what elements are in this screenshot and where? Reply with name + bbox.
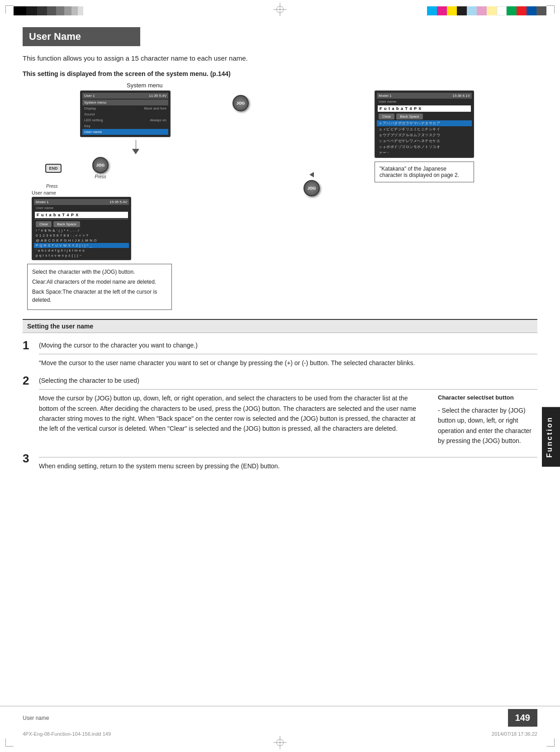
ks-charrow-5: ァー・ <box>377 150 472 156</box>
setting-section-header: Setting the user name <box>23 319 537 333</box>
step-2-content: (Selecting the character to be used) Mov… <box>39 375 537 446</box>
step-3-body: When ending setting, return to the syste… <box>39 461 537 471</box>
left-diagram: User 1 11:35 5.4V System menu Display Ba… <box>23 90 249 310</box>
ks-charrow-4: ッォポボドゾゴロンモホノトソコオ <box>377 144 472 150</box>
screen1-header-left: User 1 <box>84 94 95 98</box>
center-arrow <box>309 172 314 177</box>
ks-header-left: Model 1 <box>379 94 391 98</box>
annotation-right-text: "Katakana" of the Japanese character is … <box>380 166 469 178</box>
page-title: User Name <box>23 27 140 46</box>
cs-charrow-5: p q r s t u v w x y z { | } ~ <box>34 253 129 258</box>
ks-header-right: 15:38 6.1V <box>452 94 470 98</box>
corner-mark-bl <box>5 738 14 747</box>
cs-backspace-btn[interactable]: Back Space <box>53 221 80 227</box>
step-2-body-right: Character select/set button - Select the… <box>438 393 537 446</box>
step-2-body-left: Move the cursor by (JOG) button up, down… <box>39 393 424 446</box>
char-screen-left: Model 1 15:35 5.4V User name F u t a b a… <box>32 197 131 260</box>
annotation-line-3: Back Space:The character at the left of … <box>32 288 167 304</box>
corner-mark-br <box>546 738 555 747</box>
jog-button-center[interactable]: JOG <box>304 180 320 196</box>
annotation-box-left: Select the character with the (JOG) butt… <box>27 264 172 310</box>
registration-mark-top <box>273 3 287 16</box>
cs-clear-btn[interactable]: Clear <box>36 221 52 227</box>
file-info: 4PX-Eng-08-Function-104-156.indd 149 <box>23 731 111 737</box>
cs-charrow-0: ! " # $ % & ' ( ) * + , - . / <box>34 228 129 233</box>
cs-charrow-2: @ A B C D E F G H I J K L M N O <box>34 238 129 243</box>
ks-row-label: User name <box>377 99 472 105</box>
page-number: 149 <box>508 709 537 727</box>
step-2-body-row: Move the cursor by (JOG) button up, down… <box>39 393 537 446</box>
diagram-area: System menu User 1 11:35 5.4V System men… <box>23 82 537 310</box>
step-1-title: (Moving the cursor to the character you … <box>39 340 537 350</box>
annotation-line-2: Clear:All characters of the model name a… <box>32 278 167 286</box>
ks-clear-btn[interactable]: Clear <box>379 114 394 119</box>
step-3-content: When ending setting, return to the syste… <box>39 452 537 471</box>
right-diagram: Model 1 15:38 6.1V User name F u t a b a… <box>375 90 537 182</box>
system-menu-screen: User 1 11:35 5.4V System menu Display Ba… <box>80 90 171 137</box>
screens-row: User 1 11:35 5.4V System menu Display Ba… <box>23 90 537 310</box>
step-1: 1 (Moving the cursor to the character yo… <box>23 339 537 368</box>
step-1-body: "Move the cursor to the user name charac… <box>39 358 537 368</box>
cs-charrow-4: ' a b c d e f g h i j k l m n o <box>34 248 129 253</box>
ks-charrow-1: ュィピビヂジギリユミヒニチシキイ <box>377 126 472 132</box>
diagram-caption: This setting is displayed from the scree… <box>23 70 537 77</box>
footer-label: User name <box>23 715 49 721</box>
ks-backspace-btn[interactable]: Back Space <box>396 114 423 119</box>
ks-charrow-2: ョウプブヅズグルヨムフヌツスクウ <box>377 132 472 138</box>
press-label-1: Press <box>46 184 58 189</box>
annotation-box-right: "Katakana" of the Japanese character is … <box>375 162 474 182</box>
step-2: 2 (Selecting the character to be used) M… <box>23 375 537 446</box>
press-label-2: Press <box>95 174 106 179</box>
ks-charrow-0: ャアパバダザガラヤマハナタサカア <box>377 120 472 126</box>
screen1-header-right: 11:35 5.4V <box>149 94 166 98</box>
cs-left-row-label: User name <box>34 205 129 211</box>
corner-mark-tl <box>5 5 14 14</box>
footer-content: User name 149 <box>0 706 560 729</box>
step-3: 3 When ending setting, return to the sys… <box>23 452 537 471</box>
end-button[interactable]: END <box>45 164 62 173</box>
cs-left-header-right: 15:35 5.4V <box>109 200 127 204</box>
jog-button-1[interactable]: JOG <box>233 95 249 111</box>
corner-mark-tr <box>546 5 555 14</box>
black-rects <box>14 6 83 15</box>
step-3-number: 3 <box>23 452 39 464</box>
function-sidebar: Function <box>542 407 560 467</box>
step-2-number: 2 <box>23 375 39 386</box>
step-1-content: (Moving the cursor to the character you … <box>39 339 537 368</box>
step-2-title: (Selecting the character to be used) <box>39 376 537 386</box>
username-diagram-label: User name <box>23 190 249 195</box>
ks-input: F u t a b a T 4 P X <box>378 105 471 112</box>
step-1-number: 1 <box>23 339 39 351</box>
annotation-line-1: Select the character with the (JOG) butt… <box>32 268 167 276</box>
color-bar <box>427 6 546 15</box>
jog-button-2[interactable]: JOG <box>92 157 109 173</box>
cs-charrow-3: P Q R S T U V W X Y Z [ \ ] ^ _ <box>34 243 129 248</box>
registration-mark-bottom <box>273 736 287 749</box>
system-menu-label: System menu <box>127 82 537 89</box>
ks-charrow-3: ッェペベデゼゲレワメヘネテセケエ <box>377 138 472 144</box>
cs-charrow-1: 0 1 2 3 4 5 6 7 8 9 : ; < = > ? <box>34 233 129 238</box>
cs-left-input: F u t a b a T 4 P X <box>35 212 128 218</box>
intro-text: This function allows you to assign a 15 … <box>23 54 537 62</box>
screen1-title: System menu <box>84 100 106 105</box>
footer: User name 149 4PX-Eng-08-Function-104-15… <box>0 706 560 738</box>
date-info: 2014/07/18 17:36:22 <box>492 731 537 737</box>
main-content: User Name This function allows you to as… <box>23 27 537 477</box>
cs-left-header-left: Model 1 <box>36 200 48 204</box>
kata-screen: Model 1 15:38 6.1V User name F u t a b a… <box>375 90 474 158</box>
